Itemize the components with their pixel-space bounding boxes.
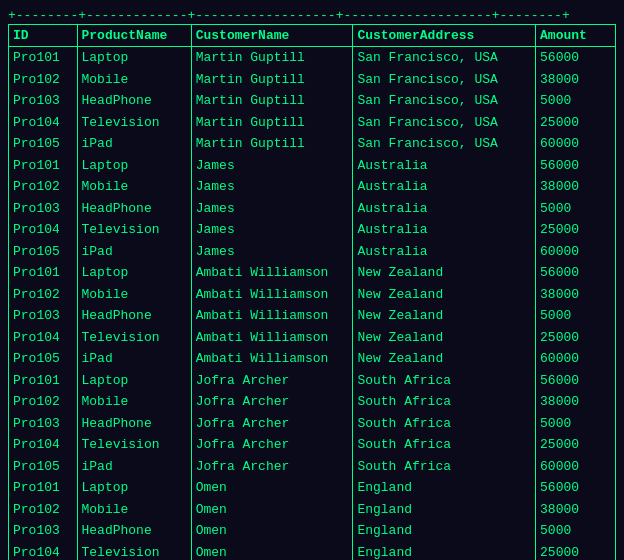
table-cell: Australia [353,241,536,263]
table-cell: HeadPhone [77,413,191,435]
table-cell: Pro102 [9,391,78,413]
col-header-amount: Amount [536,24,616,47]
table-cell: Pro103 [9,413,78,435]
table-cell: Pro101 [9,370,78,392]
table-cell: 56000 [536,477,616,499]
table-cell: Pro104 [9,327,78,349]
table-cell: Television [77,542,191,560]
table-cell: Omen [191,499,353,521]
table-cell: South Africa [353,456,536,478]
table-cell: 38000 [536,391,616,413]
table-cell: Mobile [77,499,191,521]
table-cell: Pro102 [9,499,78,521]
table-cell: Pro104 [9,219,78,241]
table-cell: iPad [77,456,191,478]
table-cell: Pro102 [9,284,78,306]
table-cell: Pro103 [9,90,78,112]
table-cell: Ambati Williamson [191,262,353,284]
query-result: +--------+-------------+----------------… [8,8,616,560]
table-cell: iPad [77,348,191,370]
table-cell: New Zealand [353,327,536,349]
table-row: Pro102MobileJofra ArcherSouth Africa3800… [9,391,616,413]
table-cell: Australia [353,219,536,241]
table-row: Pro103HeadPhoneAmbati WilliamsonNew Zeal… [9,305,616,327]
table-cell: Ambati Williamson [191,305,353,327]
table-cell: Australia [353,198,536,220]
table-row: Pro101LaptopAmbati WilliamsonNew Zealand… [9,262,616,284]
table-cell: Laptop [77,155,191,177]
table-cell: Pro103 [9,520,78,542]
col-header-product: ProductName [77,24,191,47]
table-row: Pro104TelevisionAmbati WilliamsonNew Zea… [9,327,616,349]
table-cell: Laptop [77,477,191,499]
table-cell: Jofra Archer [191,456,353,478]
table-cell: 60000 [536,456,616,478]
col-header-id: ID [9,24,78,47]
table-cell: Australia [353,176,536,198]
table-cell: Omen [191,520,353,542]
table-cell: Jofra Archer [191,413,353,435]
table-cell: 60000 [536,241,616,263]
data-table: ID ProductName CustomerName CustomerAddr… [8,24,616,560]
col-header-address: CustomerAddress [353,24,536,47]
table-cell: Martin Guptill [191,69,353,91]
table-row: Pro101LaptopJofra ArcherSouth Africa5600… [9,370,616,392]
table-cell: Mobile [77,284,191,306]
table-cell: Pro101 [9,477,78,499]
table-cell: Omen [191,542,353,560]
table-row: Pro105iPadJofra ArcherSouth Africa60000 [9,456,616,478]
table-row: Pro101LaptopJamesAustralia56000 [9,155,616,177]
table-cell: San Francisco, USA [353,47,536,69]
table-cell: South Africa [353,391,536,413]
table-cell: Pro101 [9,262,78,284]
table-cell: Laptop [77,262,191,284]
table-row: Pro101LaptopOmenEngland56000 [9,477,616,499]
table-cell: Pro102 [9,69,78,91]
table-row: Pro103HeadPhoneMartin GuptillSan Francis… [9,90,616,112]
table-row: Pro102MobileMartin GuptillSan Francisco,… [9,69,616,91]
table-row: Pro104TelevisionJofra ArcherSouth Africa… [9,434,616,456]
table-cell: 25000 [536,112,616,134]
table-cell: New Zealand [353,348,536,370]
table-cell: 5000 [536,198,616,220]
table-cell: Pro105 [9,133,78,155]
table-cell: Martin Guptill [191,90,353,112]
table-cell: Pro104 [9,542,78,560]
table-cell: Martin Guptill [191,112,353,134]
table-cell: Pro105 [9,241,78,263]
table-cell: Pro103 [9,305,78,327]
table-cell: San Francisco, USA [353,69,536,91]
table-cell: James [191,198,353,220]
table-cell: Television [77,219,191,241]
table-cell: 60000 [536,348,616,370]
table-row: Pro104TelevisionMartin GuptillSan Franci… [9,112,616,134]
table-cell: 25000 [536,327,616,349]
table-cell: HeadPhone [77,520,191,542]
table-cell: Martin Guptill [191,47,353,69]
table-cell: 25000 [536,542,616,560]
table-cell: New Zealand [353,262,536,284]
table-row: Pro105iPadJamesAustralia60000 [9,241,616,263]
table-cell: Pro101 [9,47,78,69]
table-cell: Ambati Williamson [191,348,353,370]
table-cell: HeadPhone [77,305,191,327]
table-cell: Pro101 [9,155,78,177]
top-separator: +--------+-------------+----------------… [8,8,616,24]
table-cell: England [353,542,536,560]
table-row: Pro102MobileAmbati WilliamsonNew Zealand… [9,284,616,306]
table-cell: 38000 [536,284,616,306]
table-cell: 56000 [536,47,616,69]
table-cell: 25000 [536,434,616,456]
table-cell: 56000 [536,155,616,177]
table-cell: James [191,219,353,241]
table-cell: 60000 [536,133,616,155]
table-row: Pro102MobileJamesAustralia38000 [9,176,616,198]
table-cell: 5000 [536,305,616,327]
table-cell: Pro105 [9,456,78,478]
table-cell: Pro102 [9,176,78,198]
table-cell: Television [77,327,191,349]
table-cell: 38000 [536,176,616,198]
table-row: Pro101LaptopMartin GuptillSan Francisco,… [9,47,616,69]
table-cell: England [353,477,536,499]
table-cell: Jofra Archer [191,434,353,456]
